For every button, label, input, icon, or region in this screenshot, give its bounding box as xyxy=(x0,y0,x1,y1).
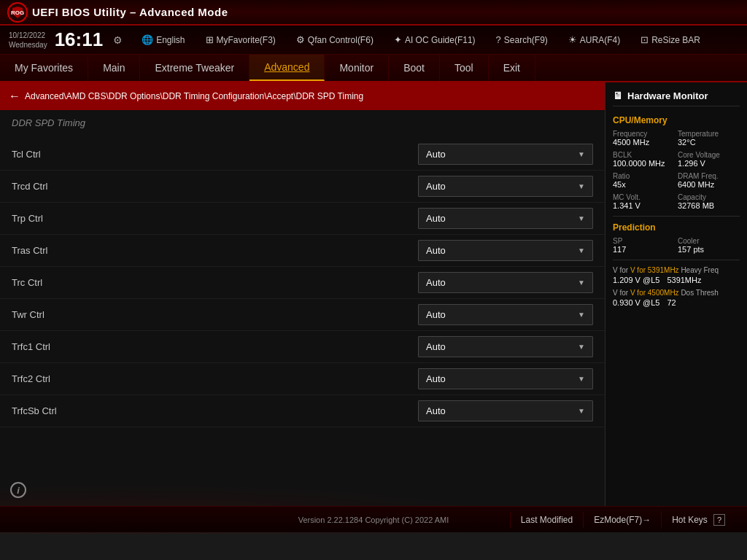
rog-logo-icon: ROG xyxy=(7,2,28,23)
v-4500-mhz: V for 4500MHz xyxy=(630,289,679,297)
dropdown-value-trfcsb-ctrl: Auto xyxy=(426,405,446,416)
cooler-label: Cooler xyxy=(678,237,740,245)
nav-my-favorites[interactable]: My Favorites xyxy=(0,55,88,81)
setting-row-trfcsb-ctrl: TrfcSb Ctrl Auto ▼ xyxy=(0,395,605,427)
dropdown-arrow-trcd-ctrl: ▼ xyxy=(578,182,585,190)
last-modified-btn[interactable]: Last Modified xyxy=(510,512,583,528)
dropdown-twr-ctrl[interactable]: Auto ▼ xyxy=(418,304,593,325)
sp-cell: SP 117 xyxy=(613,237,675,254)
v-4500-row: V for V for 4500MHz Dos Thresh 0.930 V @… xyxy=(613,289,740,307)
section-title: DDR SPD Timing xyxy=(0,110,605,136)
dropdown-arrow-trp-ctrl: ▼ xyxy=(578,214,585,222)
nav-monitor[interactable]: Monitor xyxy=(325,55,389,81)
nav-exit[interactable]: Exit xyxy=(489,55,535,81)
nav-tool[interactable]: Tool xyxy=(440,55,489,81)
time-bar: 10/12/2022 Wednesday 16:11 ⚙ 🌐 English ⊞… xyxy=(0,26,747,55)
cpu-memory-title: CPU/Memory xyxy=(613,115,740,125)
qfan-tool[interactable]: ⚙ Qfan Control(F6) xyxy=(292,32,378,47)
setting-row-trc-ctrl: Trc Ctrl Auto ▼ xyxy=(0,267,605,299)
setting-label-trp-ctrl: Trp Ctrl xyxy=(12,213,418,224)
english-tool[interactable]: 🌐 English xyxy=(137,32,189,47)
dropdown-value-trfc1-ctrl: Auto xyxy=(426,341,446,352)
info-bar: i xyxy=(0,474,605,506)
cooler-value: 157 pts xyxy=(678,245,740,254)
ez-mode-btn[interactable]: EzMode(F7)→ xyxy=(583,512,661,528)
resize-label: ReSize BAR xyxy=(651,35,700,45)
dropdown-trc-ctrl[interactable]: Auto ▼ xyxy=(418,272,593,293)
aura-label: AURA(F4) xyxy=(580,35,620,45)
capacity-cell: Capacity 32768 MB xyxy=(678,193,740,210)
sp-label: SP xyxy=(613,237,675,245)
nav-main[interactable]: Main xyxy=(88,55,140,81)
setting-label-tcl-ctrl: Tcl Ctrl xyxy=(12,149,418,160)
bclk-cell: BCLK 100.0000 MHz xyxy=(613,151,675,168)
setting-label-trfc1-ctrl: Trfc1 Ctrl xyxy=(12,341,418,352)
resize-icon: ⊡ xyxy=(640,34,649,45)
setting-control-trp-ctrl: Auto ▼ xyxy=(418,208,593,229)
dropdown-arrow-tras-ctrl: ▼ xyxy=(578,246,585,254)
myfavorite-tool[interactable]: ⊞ MyFavorite(F3) xyxy=(201,32,280,47)
english-label: English xyxy=(156,35,185,45)
dram-freq-value: 6400 MHz xyxy=(678,180,740,189)
fan-icon: ⚙ xyxy=(296,34,305,45)
setting-label-trfcsb-ctrl: TrfcSb Ctrl xyxy=(12,405,418,416)
v-5391-row: V for V for 5391MHz Heavy Freq 1.209 V @… xyxy=(613,266,740,284)
cpu-memory-grid: Frequency 4500 MHz Temperature 32°C BCLK… xyxy=(613,130,740,210)
back-arrow-icon[interactable]: ← xyxy=(9,90,20,103)
core-voltage-cell: Core Voltage 1.296 V xyxy=(678,151,740,168)
dropdown-trfcsb-ctrl[interactable]: Auto ▼ xyxy=(418,400,593,421)
setting-control-trfc1-ctrl: Auto ▼ xyxy=(418,336,593,357)
dropdown-trp-ctrl[interactable]: Auto ▼ xyxy=(418,208,593,229)
setting-label-tras-ctrl: Tras Ctrl xyxy=(12,245,418,256)
hw-monitor-label: Hardware Monitor xyxy=(627,90,708,101)
ratio-cell: Ratio 45x xyxy=(613,172,675,189)
dropdown-tras-ctrl[interactable]: Auto ▼ xyxy=(418,240,593,261)
setting-control-trc-ctrl: Auto ▼ xyxy=(418,272,593,293)
dropdown-value-trfc2-ctrl: Auto xyxy=(426,373,446,384)
v-5391-val2: 5391MHz xyxy=(667,276,701,284)
bclk-label: BCLK xyxy=(613,151,675,159)
frequency-value: 4500 MHz xyxy=(613,138,675,147)
setting-control-trfcsb-ctrl: Auto ▼ xyxy=(418,400,593,421)
temperature-label: Temperature xyxy=(678,130,740,138)
settings-icon[interactable]: ⚙ xyxy=(113,34,123,46)
dropdown-arrow-twr-ctrl: ▼ xyxy=(578,311,585,319)
setting-label-twr-ctrl: Twr Ctrl xyxy=(12,309,418,320)
setting-row-trp-ctrl: Trp Ctrl Auto ▼ xyxy=(0,203,605,235)
aura-tool[interactable]: ☀ AURA(F4) xyxy=(564,32,624,47)
nav-advanced[interactable]: Advanced xyxy=(249,55,325,81)
prediction-title: Prediction xyxy=(613,222,740,233)
resize-tool[interactable]: ⊡ ReSize BAR xyxy=(636,32,705,47)
hw-divider xyxy=(613,216,740,217)
setting-control-tcl-ctrl: Auto ▼ xyxy=(418,144,593,165)
dram-freq-label: DRAM Freq. xyxy=(678,172,740,180)
setting-label-trfc2-ctrl: Trfc2 Ctrl xyxy=(12,373,418,384)
nav-boot[interactable]: Boot xyxy=(389,55,440,81)
hot-keys-btn[interactable]: Hot Keys ? xyxy=(661,511,735,529)
ai-oc-tool[interactable]: ✦ AI OC Guide(F11) xyxy=(390,32,480,47)
qfan-label: Qfan Control(F6) xyxy=(308,35,374,45)
setting-row-trcd-ctrl: Trcd Ctrl Auto ▼ xyxy=(0,171,605,203)
search-tool[interactable]: ? Search(F9) xyxy=(492,32,552,47)
dropdown-value-trp-ctrl: Auto xyxy=(426,213,446,224)
dropdown-tcl-ctrl[interactable]: Auto ▼ xyxy=(418,144,593,165)
svg-text:ROG: ROG xyxy=(11,9,24,16)
hw-monitor: 🖥 Hardware Monitor CPU/Memory Frequency … xyxy=(605,82,747,506)
nav-extreme-tweaker[interactable]: Extreme Tweaker xyxy=(140,55,249,81)
frequency-cell: Frequency 4500 MHz xyxy=(613,130,675,147)
dropdown-trfc2-ctrl[interactable]: Auto ▼ xyxy=(418,368,593,389)
ai-icon: ✦ xyxy=(394,34,402,45)
footer: Version 2.22.1284 Copyright (C) 2022 AMI… xyxy=(0,506,747,532)
capacity-value: 32768 MB xyxy=(678,201,740,210)
v-5391-val1: 1.209 V @L5 xyxy=(613,276,659,284)
bclk-value: 100.0000 MHz xyxy=(613,159,675,168)
globe-icon: 🌐 xyxy=(142,34,153,45)
core-voltage-value: 1.296 V xyxy=(678,159,740,168)
dropdown-arrow-trc-ctrl: ▼ xyxy=(578,279,585,287)
myfavorite-label: MyFavorite(F3) xyxy=(217,35,276,45)
dropdown-trfc1-ctrl[interactable]: Auto ▼ xyxy=(418,336,593,357)
dropdown-value-tras-ctrl: Auto xyxy=(426,245,446,256)
dropdown-trcd-ctrl[interactable]: Auto ▼ xyxy=(418,176,593,197)
settings-list: Tcl Ctrl Auto ▼ Trcd Ctrl Auto ▼ Trp Ctr… xyxy=(0,136,605,474)
time-bar-tools: 🌐 English ⊞ MyFavorite(F3) ⚙ Qfan Contro… xyxy=(137,32,705,47)
